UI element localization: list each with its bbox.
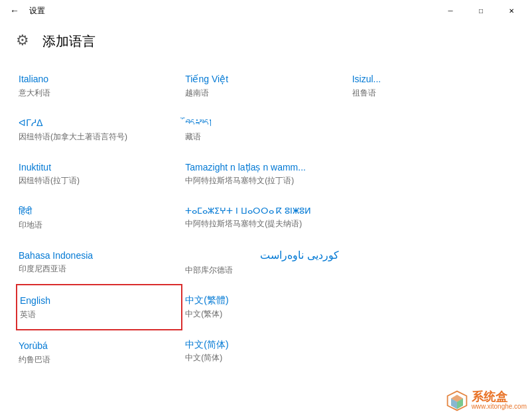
- lang-item-bahasa[interactable]: Bahasa Indonesia 印度尼西亚语: [16, 240, 182, 284]
- lang-item-hindi[interactable]: हिंदी 印地语: [16, 196, 182, 240]
- lang-item-zulu[interactable]: Isizul... 祖鲁语: [350, 64, 516, 107]
- page-header: ⚙ 添加语言: [0, 21, 532, 58]
- lang-column-3: Isizul... 祖鲁语: [350, 64, 516, 375]
- lang-sub: 藏语: [185, 131, 338, 143]
- lang-item-inuktitut[interactable]: Inuktitut 因纽特语(拉丁语): [16, 152, 182, 196]
- lang-item-yoruba[interactable]: Yorùbá 约鲁巴语: [16, 330, 182, 374]
- lang-column-1: Italiano 意大利语 ᐊᒥᓱᐃ 因纽特语(加拿大土著语言符号) Inukt…: [16, 64, 182, 375]
- watermark: 系统盒 www.xitonghe.com: [445, 389, 527, 413]
- lang-name: Inuktitut: [19, 161, 172, 174]
- close-button[interactable]: ✕: [496, 0, 527, 21]
- main-window: ← 设置 ─ □ ✕ ⚙ 添加语言 Italiano 意大利语 ᐊᒥᓱᐃ 因纽特…: [0, 0, 532, 418]
- lang-name: བོད་སྐད།: [185, 117, 338, 130]
- lang-sub: 中文(繁体): [185, 309, 338, 320]
- lang-sub: 因纽特语(加拿大土著语言符号): [19, 131, 172, 143]
- lang-name: Isizul...: [352, 73, 505, 86]
- language-grid: Italiano 意大利语 ᐊᒥᓱᐃ 因纽特语(加拿大土著语言符号) Inukt…: [16, 64, 516, 375]
- lang-column-2: Tiếng Việt 越南语 བོད་སྐད། 藏语 Tamazight n l…: [182, 64, 349, 375]
- lang-name: Yorùbá: [19, 340, 172, 353]
- lang-name: ⵜⴰⵎⴰⵣⵉⵖⵜ ⵏ ⵡⴰⵔⵔⴰ ⴽ ⵓⵏⵥⵓⵍ: [185, 205, 338, 217]
- page-title: 添加语言: [42, 33, 96, 50]
- lang-sub: 印地语: [19, 220, 172, 231]
- lang-item-italiano[interactable]: Italiano 意大利语: [16, 64, 182, 107]
- lang-item-tamazight-latin[interactable]: Tamazight n laṭlaṣ n wamm... 中阿特拉斯塔马塞特文(…: [182, 152, 349, 196]
- lang-sub: 中阿特拉斯塔马塞特文(拉丁语): [185, 175, 338, 186]
- minimize-button[interactable]: ─: [435, 0, 466, 21]
- lang-item-tibetan[interactable]: བོད་སྐད། 藏语: [182, 107, 349, 151]
- lang-sub: 祖鲁语: [352, 88, 505, 99]
- maximize-button[interactable]: □: [466, 0, 496, 21]
- lang-sub: 印度尼西亚语: [19, 263, 172, 275]
- watermark-url: www.xitonghe.com: [472, 403, 527, 411]
- lang-name: 中文(繁體): [185, 294, 338, 307]
- title-bar-left: ← 设置: [5, 1, 435, 20]
- lang-sub: 因纽特语(拉丁语): [19, 175, 172, 186]
- lang-name: كوردیی ناوەراست: [185, 248, 338, 263]
- lang-sub: 中阿特拉斯塔马塞特文(提夫纳语): [185, 218, 338, 230]
- language-list-container[interactable]: Italiano 意大利语 ᐊᒥᓱᐃ 因纽特语(加拿大土著语言符号) Inukt…: [0, 58, 532, 418]
- watermark-logo-icon: [445, 389, 469, 413]
- gear-icon: ⚙: [16, 32, 34, 50]
- lang-name: ᐊᒥᓱᐃ: [19, 117, 172, 130]
- lang-item-inuktitut-syllabic[interactable]: ᐊᒥᓱᐃ 因纽特语(加拿大土著语言符号): [16, 107, 182, 151]
- back-button[interactable]: ←: [5, 1, 24, 20]
- watermark-text-group: 系统盒 www.xitonghe.com: [472, 391, 527, 411]
- lang-name: English: [20, 295, 170, 308]
- title-bar: ← 设置 ─ □ ✕: [0, 0, 532, 21]
- watermark-brand: 系统盒: [472, 391, 507, 403]
- lang-name: Tiếng Việt: [185, 73, 338, 86]
- window-title: 设置: [29, 5, 45, 17]
- lang-item-central-kurdish[interactable]: كوردیی ناوەراست 中部库尔德语: [182, 239, 349, 285]
- lang-sub: 英语: [20, 309, 170, 320]
- lang-sub: 中文(简体): [185, 352, 338, 364]
- lang-item-chinese-simp[interactable]: 中文(简体) 中文(简体): [182, 329, 349, 373]
- lang-item-chinese-trad[interactable]: 中文(繁體) 中文(繁体): [182, 285, 349, 328]
- lang-name: 中文(简体): [185, 338, 338, 352]
- lang-item-vietnamese[interactable]: Tiếng Việt 越南语: [182, 64, 349, 107]
- lang-name: Bahasa Indonesia: [19, 249, 172, 263]
- lang-sub: 中部库尔德语: [185, 265, 338, 276]
- lang-item-english[interactable]: English 英语: [16, 284, 182, 330]
- lang-item-tamazight-tifinagh[interactable]: ⵜⴰⵎⴰⵣⵉⵖⵜ ⵏ ⵡⴰⵔⵔⴰ ⴽ ⵓⵏⵥⵓⵍ 中阿特拉斯塔马塞特文(提夫纳语…: [182, 196, 349, 239]
- lang-sub: 意大利语: [19, 88, 172, 99]
- lang-sub: 越南语: [185, 88, 338, 99]
- lang-name: Tamazight n laṭlaṣ n wamm...: [185, 161, 338, 174]
- lang-name: हिंदी: [19, 205, 172, 218]
- title-bar-right: ─ □ ✕: [435, 0, 527, 21]
- lang-name: Italiano: [19, 73, 172, 86]
- lang-sub: 约鲁巴语: [19, 354, 172, 366]
